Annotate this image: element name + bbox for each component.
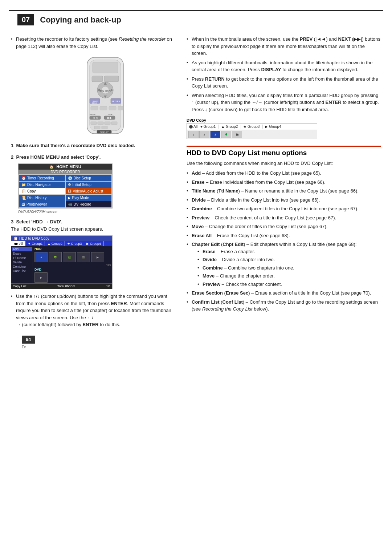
thumb-1: ★ (34, 252, 48, 262)
sub-erase: Erase – Erase a chapter. (197, 248, 381, 255)
home-menu-title: 🏠 HOME MENU (19, 164, 112, 170)
section-title: HDD to DVD Copy List menu options (187, 149, 381, 157)
svg-rect-30 (111, 122, 117, 125)
menu-item-photoviewer[interactable]: 🖼 PhotoViewer (19, 201, 65, 207)
menu-item-initial-setup[interactable]: ⚙ Initial Setup (66, 182, 112, 188)
dvd-thumb-strip: 1 2 3 🌲 🎬 (187, 130, 317, 139)
svg-rect-4 (104, 76, 119, 82)
main-content: Resetting the recorder to its factory se… (0, 28, 392, 356)
sub-divide: Divide – Divide a chapter into two. (197, 256, 381, 263)
tab-group3[interactable]: ★ Group3 (65, 241, 85, 246)
right-column: When in the thumbnails area of the scree… (187, 36, 381, 349)
option-divide: • Divide – Divide a title in the Copy Li… (187, 197, 381, 204)
bullet-prev-next: When in the thumbnails area of the scree… (187, 36, 381, 57)
thumb-4: 🎬 (77, 252, 90, 262)
page-number-display: 1/3 (33, 263, 112, 267)
screenshot-caption: DVR-520H/720H screen (18, 210, 178, 214)
strip-thumb-1: 1 (188, 131, 199, 138)
page-number: 64 (22, 336, 35, 344)
svg-text:MENU: MENU (92, 102, 98, 104)
tab-group4-dvd[interactable]: ▶ Group4 (262, 125, 281, 129)
lang-label: En (22, 345, 178, 349)
copy-screen-bottom: Copy List Total 0h00m 1/1 (11, 283, 112, 289)
copy-thumbnails-dvd: ▶ (33, 272, 112, 283)
right-bullets: When in the thumbnails area of the scree… (187, 36, 381, 113)
bullet-display: As you highlight different thumbnails, i… (187, 59, 381, 73)
remote-svg: ENTER HOME MENU RETURN PREV NEXT (82, 56, 129, 135)
svg-rect-19 (109, 106, 116, 110)
left-column: Resetting the recorder to its factory se… (11, 36, 178, 349)
menu-cont-list[interactable]: Cont List (12, 269, 32, 273)
svg-text:NEXT: NEXT (108, 113, 114, 116)
menu-combine[interactable]: Combine (12, 264, 32, 269)
dvd-copy-section: DVD Copy All ♥ Group1 ▲ Group2 ★ Group3 … (187, 118, 381, 139)
remote-image-area: ENTER HOME MENU RETURN PREV NEXT (33, 56, 178, 135)
tab-group3-dvd[interactable]: ★ Group3 (241, 125, 260, 129)
home-menu-grid: ⏰ Timer Recording 💿 Disc Setup 📁 Disc Na… (19, 174, 112, 208)
home-menu-subtitle: DVD RECORDER (19, 170, 112, 174)
svg-rect-32 (102, 126, 107, 129)
svg-rect-28 (98, 122, 103, 125)
menu-item-video-audio[interactable]: 🎞 Video/Audio Adjust (66, 188, 112, 194)
svg-text:PREV: PREV (90, 113, 95, 116)
option-confirm-list: • Confirm List (Conf List) – Confirm the… (187, 299, 381, 313)
svg-text:RETURN: RETURN (112, 100, 120, 102)
option-erase: • Erase – Erase individual titles from t… (187, 179, 381, 186)
home-menu-screenshot: 🏠 HOME MENU DVD RECORDER ⏰ Timer Recordi… (18, 163, 113, 208)
section-header: HDD to DVD Copy List menu options (187, 146, 381, 157)
step-2: 2 Press HOME MENU and select 'Copy'. (11, 154, 178, 161)
sub-move: Move – Change the chapter order. (197, 272, 381, 280)
strip-thumb-2: 2 (199, 131, 209, 138)
tab-group4[interactable]: ▶ Group4 (84, 241, 103, 246)
strip-thumb-5: 🎬 (232, 131, 242, 138)
bullet-item: Resetting the recorder to its factory se… (11, 36, 178, 50)
svg-rect-29 (105, 122, 110, 125)
option-erase-all: • Erase All – Erase the Copy List (see p… (187, 232, 381, 239)
menu-erase[interactable]: Erase (12, 251, 32, 256)
menu-item-copy[interactable]: 📋 Copy (19, 188, 65, 194)
tab-group2[interactable]: ▲ Group2 (45, 241, 65, 246)
tab-all-dvd[interactable]: All (189, 125, 197, 129)
svg-text:DISPLAY: DISPLAY (100, 131, 109, 133)
svg-rect-2 (93, 62, 118, 73)
sub-preview: Preview – Check the chapter content. (197, 281, 381, 288)
option-preview: • Preview – Check the content of a title… (187, 214, 381, 222)
tab-group1-dvd[interactable]: ♥ Group1 (200, 125, 216, 129)
chapter-title: Copying and back-up (40, 15, 121, 25)
dvd-thumb-1: ▶ (34, 272, 48, 283)
dvd-copy-bar: All ♥ Group1 ▲ Group2 ★ Group3 ▶ Group4 (187, 123, 317, 130)
option-combine: • Combine – Combine two adjacent titles … (187, 205, 381, 212)
copy-screen-tabs: ◀▶ All ▼ Group1 ▲ Group2 ★ Group3 ▶ Grou… (11, 241, 112, 246)
menu-item-play-mode[interactable]: ▶ Play Mode (66, 195, 112, 201)
strip-thumb-3: 3 (210, 131, 220, 138)
bullet-return: Press RETURN to get back to the menu opt… (187, 76, 381, 90)
intro-bullets: Resetting the recorder to its factory se… (11, 36, 178, 50)
svg-rect-17 (91, 106, 98, 110)
svg-text:◄◄: ◄◄ (92, 116, 98, 119)
tab-group2-dvd[interactable]: ▲ Group2 (219, 125, 238, 129)
menu-item-timer-recording[interactable]: ⏰ Timer Recording (19, 175, 65, 181)
svg-text:ENTER: ENTER (100, 89, 111, 93)
svg-rect-27 (91, 122, 97, 125)
chapter-header: 07 Copying and back-up (9, 10, 383, 28)
menu-item-dv-record[interactable]: 📹 DV Record (66, 201, 112, 207)
dvd-label: DVD (33, 267, 112, 272)
menu-divide[interactable]: Divide (12, 260, 32, 264)
option-erase-section: • Erase Section (Erase Sec) – Erase a se… (187, 289, 381, 297)
option-title-name: • Title Name (Ttl Name) – Name or rename… (187, 187, 381, 195)
menu-add[interactable]: Add (12, 247, 32, 251)
tab-group1[interactable]: ▼ Group1 (25, 241, 45, 246)
menu-item-disc-setup[interactable]: 💿 Disc Setup (66, 175, 112, 181)
svg-rect-18 (100, 106, 107, 110)
svg-rect-31 (94, 126, 100, 129)
sub-combine: Combine – Combine two chapters into one. (197, 264, 381, 272)
copy-menu-list: Add Erase Ttl Name Divide Combine Cont L… (11, 246, 33, 283)
step-usage-bullets: Use the ↑/↓ (cursor up/down) buttons to … (11, 293, 178, 328)
menu-item-disc-history[interactable]: 📜 Disc History (19, 195, 65, 201)
chapter-number: 07 (17, 14, 34, 25)
menu-options-list: • Add – Add titles from the HDD to the C… (187, 170, 381, 313)
menu-item-disc-navigator[interactable]: 📁 Disc Navigator (19, 182, 65, 188)
menu-ttl-name[interactable]: Ttl Name (12, 256, 32, 260)
tab-all[interactable]: ◀▶ All (11, 241, 25, 246)
chapter-edit-sub-list: Erase – Erase a chapter. Divide – Divide… (197, 248, 381, 288)
